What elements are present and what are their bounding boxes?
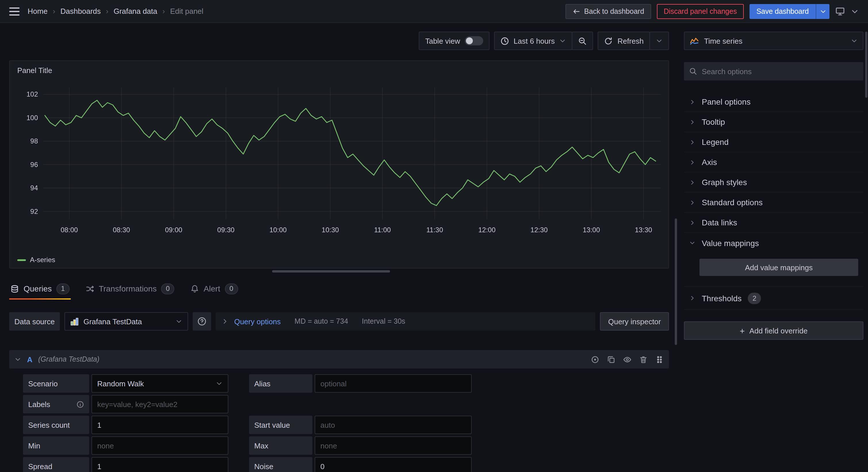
max-input[interactable] bbox=[315, 436, 472, 455]
section-panel-options[interactable]: Panel options bbox=[684, 92, 863, 112]
back-to-dashboard-label: Back to dashboard bbox=[584, 7, 644, 15]
tab-alert[interactable]: Alert 0 bbox=[189, 282, 239, 300]
panel-title[interactable]: Panel Title bbox=[10, 61, 669, 75]
section-data-links[interactable]: Data links bbox=[684, 213, 863, 233]
breadcrumb-dashboard-name[interactable]: Grafana data bbox=[114, 7, 157, 15]
table-view-toggle[interactable]: Table view bbox=[419, 32, 489, 50]
form-row-series-count: Series count Start value bbox=[23, 416, 669, 434]
form-row-scenario: Scenario Random Walk Alias bbox=[23, 374, 669, 393]
discard-panel-changes-button[interactable]: Discard panel changes bbox=[657, 4, 744, 19]
min-input[interactable] bbox=[91, 436, 228, 455]
add-value-mappings-button[interactable]: Add value mappings bbox=[700, 259, 858, 276]
table-view-switch[interactable] bbox=[465, 36, 483, 45]
navbar-chevron-down-icon[interactable] bbox=[851, 7, 859, 15]
plus-icon: + bbox=[740, 326, 745, 335]
legend-item-a-series[interactable]: A-series bbox=[17, 256, 55, 264]
refresh-interval-dropdown[interactable] bbox=[649, 32, 669, 50]
back-to-dashboard-button[interactable]: Back to dashboard bbox=[565, 4, 651, 19]
section-tooltip[interactable]: Tooltip bbox=[684, 112, 863, 132]
section-standard-options[interactable]: Standard options bbox=[684, 193, 863, 213]
svg-text:09:00: 09:00 bbox=[165, 226, 182, 234]
save-dashboard-dropdown-button[interactable] bbox=[816, 4, 830, 19]
timeseries-panel: Panel Title 9294969810010208:0008:3009:0… bbox=[9, 60, 669, 268]
menu-toggle-button[interactable] bbox=[9, 7, 20, 15]
tab-queries[interactable]: Queries 1 bbox=[9, 282, 70, 300]
alias-label: Alias bbox=[249, 374, 312, 393]
noise-input[interactable] bbox=[315, 457, 472, 472]
page-vertical-scrollbar-thumb[interactable] bbox=[865, 32, 867, 98]
svg-text:08:30: 08:30 bbox=[113, 226, 130, 234]
navbar-actions: Back to dashboard Discard panel changes … bbox=[565, 4, 859, 19]
horizontal-scrollbar-thumb[interactable] bbox=[272, 270, 390, 272]
svg-text:13:30: 13:30 bbox=[635, 226, 652, 234]
add-field-override-button[interactable]: + Add field override bbox=[684, 322, 863, 340]
section-graph-styles[interactable]: Graph styles bbox=[684, 172, 863, 193]
breadcrumb-separator: › bbox=[53, 7, 55, 15]
drag-handle-icon[interactable] bbox=[655, 355, 664, 364]
query-row-actions bbox=[591, 355, 664, 364]
query-options-collapsed[interactable]: Query options MD = auto = 734 Interval =… bbox=[216, 312, 595, 331]
query-row-header[interactable]: A (Grafana TestData) bbox=[9, 350, 669, 369]
query-row-a: A (Grafana TestData) Scenario Random Wal… bbox=[9, 350, 669, 472]
section-value-mappings[interactable]: Value mappings bbox=[684, 233, 863, 253]
thresholds-count-badge: 2 bbox=[748, 292, 761, 304]
kiosk-mode-icon[interactable] bbox=[835, 6, 845, 16]
remove-query-trash-icon[interactable] bbox=[639, 355, 648, 364]
labels-input[interactable] bbox=[91, 395, 228, 413]
options-sidebar: Time series Panel options Tooltip Legend bbox=[679, 23, 868, 472]
breadcrumb-separator: › bbox=[106, 7, 108, 15]
sync-icon bbox=[604, 36, 613, 45]
query-options-link[interactable]: Query options bbox=[234, 317, 281, 326]
breadcrumb-dashboards[interactable]: Dashboards bbox=[60, 7, 101, 15]
shuffle-icon bbox=[86, 284, 94, 293]
alias-input[interactable] bbox=[315, 374, 472, 393]
svg-text:10:30: 10:30 bbox=[321, 226, 339, 234]
refresh-button[interactable]: Refresh bbox=[598, 32, 650, 50]
labels-label: Labels bbox=[23, 395, 89, 413]
options-search-input[interactable] bbox=[702, 67, 858, 76]
duplicate-query-icon[interactable] bbox=[607, 355, 616, 364]
svg-text:92: 92 bbox=[30, 207, 38, 215]
tab-transformations[interactable]: Transformations 0 bbox=[84, 282, 176, 300]
noise-label: Noise bbox=[249, 457, 312, 472]
timeseries-chart[interactable]: 9294969810010208:0008:3009:0009:3010:001… bbox=[14, 81, 665, 249]
inner-vertical-scrollbar-thumb[interactable] bbox=[675, 218, 677, 345]
datasource-picker[interactable]: Grafana TestData bbox=[64, 312, 188, 331]
series-count-input[interactable] bbox=[91, 416, 228, 434]
save-dashboard-button[interactable]: Save dashboard bbox=[749, 4, 816, 19]
tab-transformations-label: Transformations bbox=[99, 284, 156, 293]
section-axis[interactable]: Axis bbox=[684, 153, 863, 172]
disable-query-eye-icon[interactable] bbox=[623, 355, 631, 364]
query-inspector-button[interactable]: Query inspector bbox=[600, 312, 669, 331]
chevron-down-icon bbox=[851, 37, 858, 44]
breadcrumb-home[interactable]: Home bbox=[28, 7, 48, 15]
form-row-spread-noise: Spread Noise bbox=[23, 457, 669, 472]
visualization-picker-label: Time series bbox=[704, 36, 742, 45]
svg-text:10:00: 10:00 bbox=[270, 226, 287, 234]
info-circle-icon[interactable] bbox=[76, 400, 84, 408]
zoom-out-time-button[interactable] bbox=[572, 32, 593, 50]
tab-transformations-count: 0 bbox=[161, 283, 174, 294]
breadcrumb: Home › Dashboards › Grafana data › Edit … bbox=[28, 7, 203, 15]
scenario-label: Scenario bbox=[23, 374, 89, 393]
bullseye-icon[interactable] bbox=[591, 355, 599, 364]
save-dashboard-split-button: Save dashboard bbox=[749, 4, 830, 19]
options-search[interactable] bbox=[684, 62, 863, 80]
time-range-picker[interactable]: Last 6 hours bbox=[494, 32, 572, 50]
datasource-value: Grafana TestData bbox=[84, 317, 142, 326]
query-ref-id[interactable]: A bbox=[27, 355, 32, 364]
timeseries-viz-icon bbox=[690, 36, 699, 45]
start-value-input[interactable] bbox=[315, 416, 472, 434]
section-legend[interactable]: Legend bbox=[684, 132, 863, 153]
visualization-picker[interactable]: Time series bbox=[684, 32, 863, 50]
section-thresholds[interactable]: Thresholds 2 bbox=[684, 287, 863, 310]
chevron-down-icon bbox=[689, 240, 695, 246]
svg-text:13:00: 13:00 bbox=[583, 226, 600, 234]
section-label: Panel options bbox=[702, 97, 751, 106]
legend-series-label: A-series bbox=[30, 256, 55, 264]
collapse-chevron-icon[interactable] bbox=[14, 356, 21, 363]
scenario-select[interactable]: Random Walk bbox=[91, 374, 228, 393]
spread-input[interactable] bbox=[91, 457, 228, 472]
datasource-help-button[interactable] bbox=[193, 312, 211, 331]
database-icon bbox=[10, 284, 19, 293]
